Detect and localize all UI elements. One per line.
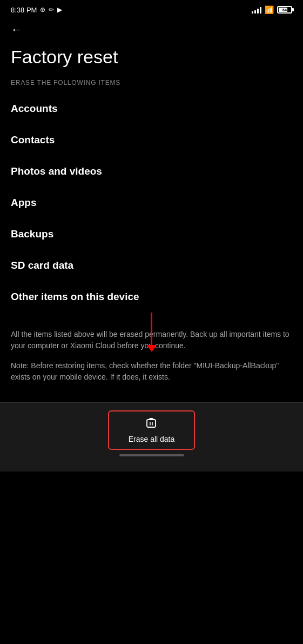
erase-item-contacts: Contacts — [11, 124, 292, 156]
warning-text-2: Note: Before restoring items, check whet… — [11, 360, 292, 383]
back-button[interactable]: ← — [0, 17, 303, 39]
youtube-icon: ▶ — [57, 6, 62, 14]
location-icon: ⊕ — [40, 6, 45, 14]
battery-icon: 64 — [277, 6, 292, 14]
status-bar: 8:38 PM ⊕ ✏ ▶ 📶 64 — [0, 0, 303, 17]
edit-icon: ✏ — [49, 6, 54, 14]
erase-item-sd-card: SD card data — [11, 250, 292, 281]
erase-svg-icon — [145, 417, 157, 429]
erase-items-list: Accounts Contacts Photos and videos Apps… — [0, 93, 303, 313]
erase-all-data-button[interactable]: Erase all data — [108, 410, 196, 450]
bottom-action-bar: Erase all data — [0, 402, 303, 472]
erase-item-accounts: Accounts — [11, 93, 292, 124]
erase-item-apps: Apps — [11, 187, 292, 218]
erase-item-backups: Backups — [11, 218, 292, 250]
erase-item-other: Other items on this device — [11, 281, 292, 313]
home-bar-indicator — [119, 454, 184, 456]
status-left: 8:38 PM ⊕ ✏ ▶ — [11, 6, 62, 14]
erase-item-photos-videos: Photos and videos — [11, 156, 292, 187]
erase-button-wrapper: Erase all data — [11, 410, 292, 450]
erase-button-label: Erase all data — [129, 435, 175, 443]
erase-data-icon — [145, 417, 157, 431]
status-right: 📶 64 — [252, 5, 292, 14]
time-display: 8:38 PM — [11, 6, 37, 14]
warning-text-1: All the items listed above will be erase… — [11, 329, 292, 351]
page-title: Factory reset — [0, 39, 303, 79]
signal-bars-icon — [252, 6, 261, 14]
wifi-icon: 📶 — [265, 5, 274, 14]
svg-rect-0 — [147, 420, 156, 427]
home-bar — [11, 450, 292, 459]
section-label: ERASE THE FOLLOWING ITEMS — [0, 79, 303, 93]
warning-area: All the items listed above will be erase… — [0, 313, 303, 402]
